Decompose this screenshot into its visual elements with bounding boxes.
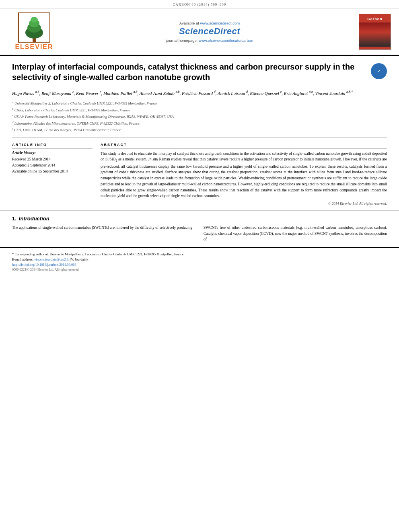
doi-link[interactable]: http://dx.doi.org/10.1016/j.carbon.2014.… <box>12 263 76 267</box>
email-link[interactable]: vincent.jourdain@um2.fr <box>34 257 69 261</box>
intro-col-left: The applications of single-walled carbon… <box>12 225 195 242</box>
carbon-journal-cover: Carbon <box>359 14 391 50</box>
corresponding-note: * Corresponding author at: Université Mo… <box>12 252 387 257</box>
journal-reference: CARBON 80 (2014) 599–609 <box>0 0 399 8</box>
publisher-header: ELSEVIER Available at www.sciencedirect.… <box>0 8 399 56</box>
available-at-text: Available at www.sciencedirect.com <box>68 21 351 25</box>
accepted-date: Accepted 2 September 2014 <box>12 162 93 168</box>
elsevier-tree-icon <box>18 12 50 43</box>
license-line: 0008-6223/© 2014 Elsevier Ltd. All right… <box>12 268 387 271</box>
available-online-date: Available online 15 September 2014 <box>12 168 93 175</box>
journal-homepage-url[interactable]: www.elsevier.com/locate/carbon <box>199 38 253 43</box>
section-title: Introduction <box>19 216 49 222</box>
svg-point-4 <box>31 17 38 23</box>
elsevier-brand-label: ELSEVIER <box>15 43 53 51</box>
abstract-body: This study is devoted to elucidate the i… <box>101 151 387 199</box>
journal-homepage-text: journal homepage: www.elsevier.com/locat… <box>68 38 351 43</box>
article-info-col: ARTICLE INFO Article history: Received 2… <box>12 143 93 205</box>
carbon-cover-title: Carbon <box>367 17 383 21</box>
abstract-heading: ABSTRACT <box>101 143 387 148</box>
intro-body: The applications of single-walled carbon… <box>12 225 387 242</box>
info-abstract-section: ARTICLE INFO Article history: Received 2… <box>12 143 387 205</box>
affiliation-e: e CEA, Liten, DTNM, 17 rue des martyrs, … <box>12 127 387 133</box>
journal-ref-text: CARBON 80 (2014) 599–609 <box>173 2 226 6</box>
article-history-title: Article history: <box>12 151 93 155</box>
sciencedirect-title: ScienceDirect <box>68 26 351 37</box>
sciencedirect-block: Available at www.sciencedirect.com Scien… <box>60 21 359 43</box>
section-divider <box>0 210 399 211</box>
affiliation-a: a Université Montpellier 2, Laboratoire … <box>12 100 387 107</box>
affiliation-d: d Laboratoire d'Études des Microstructur… <box>12 120 387 127</box>
authors-list: Hugo Navas a,b, Benji Maruyama c, Kent W… <box>12 90 387 97</box>
doi-line: http://dx.doi.org/10.1016/j.carbon.2014.… <box>12 262 387 267</box>
article-title: Interplay of interfacial compounds, cata… <box>12 62 365 82</box>
abstract-col: ABSTRACT This study is devoted to elucid… <box>101 143 387 205</box>
crossmark-badge: ✓ <box>371 63 387 79</box>
email-line: E-mail address: vincent.jourdain@um2.fr … <box>12 257 387 262</box>
sciencedirect-url[interactable]: www.sciencedirect.com <box>200 21 240 25</box>
affiliations-list: a Université Montpellier 2, Laboratoire … <box>12 100 387 138</box>
section-heading: 1. Introduction <box>12 216 387 222</box>
affiliation-c: c US Air Force Research Laboratory, Mate… <box>12 113 387 120</box>
affiliation-b: b CNRS, Laboratoire Charles Coulomb UMR … <box>12 107 387 113</box>
elsevier-logo: ELSEVIER <box>8 12 60 51</box>
article-title-section: Interplay of interfacial compounds, cata… <box>12 62 387 86</box>
section-number: 1. <box>12 216 16 222</box>
article-content: Interplay of interfacial compounds, cata… <box>0 56 399 205</box>
footer-footnotes: * Corresponding author at: Université Mo… <box>0 247 399 275</box>
carbon-cover-image <box>359 23 391 47</box>
introduction-section: 1. Introduction The applications of sing… <box>0 216 399 242</box>
copyright-text: © 2014 Elsevier Ltd. All rights reserved… <box>101 201 387 205</box>
article-info-heading: ARTICLE INFO <box>12 143 93 148</box>
received-date: Received 25 March 2014 <box>12 156 93 162</box>
intro-col-right: SWCNTs free of other undesired carbonace… <box>204 225 387 242</box>
